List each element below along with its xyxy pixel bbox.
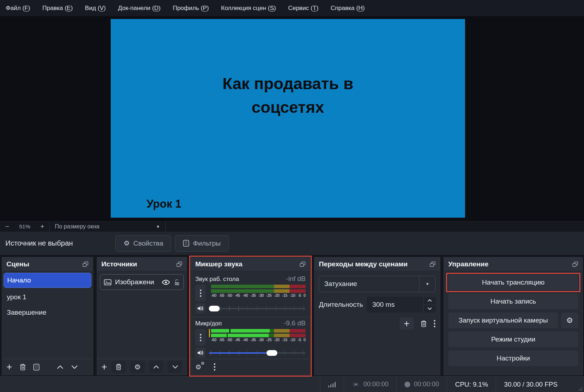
mixer-toolbar: ⚙⚙: [191, 359, 310, 375]
menu-docks[interactable]: Док-панели (D): [118, 5, 161, 12]
preview-canvas[interactable]: Как продавать в соцсетях Урок 1: [111, 19, 465, 218]
popout-dock-icon[interactable]: [176, 261, 182, 267]
zoom-in-button[interactable]: +: [35, 222, 49, 232]
properties-button[interactable]: ⚙ Свойства: [115, 235, 171, 252]
scenes-panel-header: Сцены: [2, 257, 93, 271]
popout-dock-icon[interactable]: [300, 261, 306, 267]
slide-lesson-label: Урок 1: [147, 198, 181, 210]
menu-edit[interactable]: Правка (E): [42, 5, 73, 12]
source-up-button[interactable]: [149, 361, 164, 373]
zoom-dropdown-arrow-icon[interactable]: ▼: [151, 222, 165, 232]
menu-profile[interactable]: Профиль (P): [173, 5, 209, 12]
mixer-tracks: Звук раб. стола -inf dB -60-55-50-45-40-…: [191, 271, 310, 359]
duration-up-button[interactable]: [423, 297, 436, 305]
settings-button[interactable]: Настройки: [448, 350, 578, 366]
mixer-track-mic: Микр/доп -9.6 dB: [195, 319, 306, 327]
record-time: 00:00:00: [396, 377, 447, 392]
preview-zoom-bar: − 51% + По размеру окна ▼: [0, 221, 584, 232]
menu-file[interactable]: Файл (F): [6, 5, 30, 12]
scene-item-urok1[interactable]: урок 1: [2, 289, 93, 305]
remove-source-button[interactable]: [111, 361, 126, 373]
menu-bar: Файл (F) Правка (E) Вид (V) Док-панели (…: [0, 0, 584, 16]
status-bar: 00:00:00 00:00:00 CPU: 9.1% 30.00 / 30.0…: [0, 376, 584, 392]
scene-filters-button[interactable]: [33, 364, 39, 371]
start-streaming-button[interactable]: Начать трансляцию: [448, 275, 578, 290]
filter-icon: [183, 240, 189, 247]
popout-dock-icon[interactable]: [572, 261, 578, 267]
network-status: [320, 377, 344, 392]
duration-spinbox[interactable]: 300 ms: [367, 297, 436, 313]
scenes-list: Начало урок 1 Завершение: [2, 271, 93, 359]
menu-tools[interactable]: Сервис (T): [288, 5, 319, 12]
scene-down-button[interactable]: [71, 365, 78, 369]
duration-label: Длительность: [319, 301, 363, 309]
menu-help[interactable]: Справка (H): [331, 5, 365, 12]
peak-indicator: [209, 329, 210, 337]
scene-up-button[interactable]: [57, 365, 64, 369]
preview-area: Как продавать в соцсетях Урок 1: [0, 16, 584, 221]
dropdown-arrow-icon: ▼: [419, 276, 435, 292]
network-signal-icon: [328, 382, 336, 387]
volume-meter: [211, 329, 306, 337]
mixer-panel-header: Микшер звука: [191, 257, 310, 271]
record-icon: [405, 382, 410, 387]
source-down-button[interactable]: [168, 361, 182, 373]
start-virtual-camera-button[interactable]: Запуск виртуальной камеры: [448, 313, 558, 328]
scenes-panel: Сцены Начало урок 1 Завершение +: [2, 257, 93, 375]
menu-scene-collection[interactable]: Коллекция сцен (S): [221, 5, 276, 12]
track-menu-button[interactable]: [195, 329, 206, 346]
add-source-button[interactable]: +: [101, 362, 107, 372]
source-item-image[interactable]: Изображени: [100, 274, 184, 290]
start-recording-button[interactable]: Начать запись: [448, 294, 578, 309]
level-readout: -9.6 dB: [284, 319, 306, 327]
track-menu-button[interactable]: [195, 285, 206, 301]
mute-speaker-button[interactable]: [195, 303, 206, 314]
lock-unlocked-icon[interactable]: [174, 279, 180, 286]
audio-mixer-panel: Микшер звука Звук раб. стола -inf dB: [191, 257, 310, 375]
popout-dock-icon[interactable]: [430, 261, 436, 267]
zoom-fit-mode[interactable]: По размеру окна: [50, 222, 151, 232]
remove-transition-button[interactable]: [420, 320, 427, 328]
volume-slider-handle[interactable]: [209, 306, 220, 311]
virtual-camera-settings-button[interactable]: ⚙: [561, 313, 578, 328]
zoom-level: 51%: [14, 222, 35, 232]
stream-time: 00:00:00: [344, 377, 396, 392]
source-properties-button[interactable]: ⚙: [130, 361, 145, 373]
zoom-out-button[interactable]: −: [0, 222, 14, 232]
transitions-panel-header: Переходы между сценами: [315, 257, 440, 271]
popout-dock-icon[interactable]: [82, 261, 88, 267]
studio-mode-button[interactable]: Режим студии: [448, 331, 578, 347]
slide-title: Как продавать в соцсетях: [111, 72, 465, 119]
volume-slider[interactable]: [209, 305, 306, 312]
mute-speaker-button[interactable]: [195, 348, 206, 358]
volume-slider-handle[interactable]: [267, 350, 277, 356]
controls-panel-header: Управление: [444, 257, 583, 271]
add-transition-button[interactable]: +: [399, 318, 414, 330]
menu-view[interactable]: Вид (V): [85, 5, 106, 12]
divider: [165, 222, 166, 232]
duration-down-button[interactable]: [423, 305, 436, 313]
meter-scale: -60-55-50-45-40-35-30-25-20-15-10-50: [211, 338, 306, 342]
add-scene-button[interactable]: +: [6, 362, 12, 372]
mixer-track-desktop-audio: Звук раб. стола -inf dB: [195, 275, 306, 283]
resize-grip[interactable]: [578, 386, 582, 391]
scene-item-nachalo[interactable]: Начало: [4, 273, 91, 288]
source-item-label: Изображени: [115, 278, 154, 286]
controls-panel: Управление Начать трансляцию Начать запи…: [444, 257, 583, 375]
volume-meter: [211, 285, 306, 293]
remove-scene-button[interactable]: [19, 363, 26, 371]
transition-select[interactable]: Затухание ▼: [319, 276, 436, 292]
gear-icon: ⚙: [134, 363, 141, 371]
scene-item-zavershenie[interactable]: Завершение: [2, 305, 93, 320]
sources-toolbar: + ⚙: [97, 359, 187, 375]
fps-counter: 30.00 / 30.00 FPS: [496, 377, 565, 392]
volume-slider[interactable]: [209, 349, 306, 357]
advanced-audio-gear-icon[interactable]: ⚙⚙: [195, 363, 201, 371]
mixer-menu-button[interactable]: [214, 363, 216, 371]
divider: [191, 317, 310, 317]
gear-icon: ⚙: [124, 239, 130, 247]
visibility-eye-icon[interactable]: [162, 280, 170, 285]
scenes-toolbar: +: [2, 359, 93, 375]
filters-button[interactable]: Фильтры: [175, 235, 229, 252]
transition-menu-button[interactable]: [434, 319, 436, 328]
